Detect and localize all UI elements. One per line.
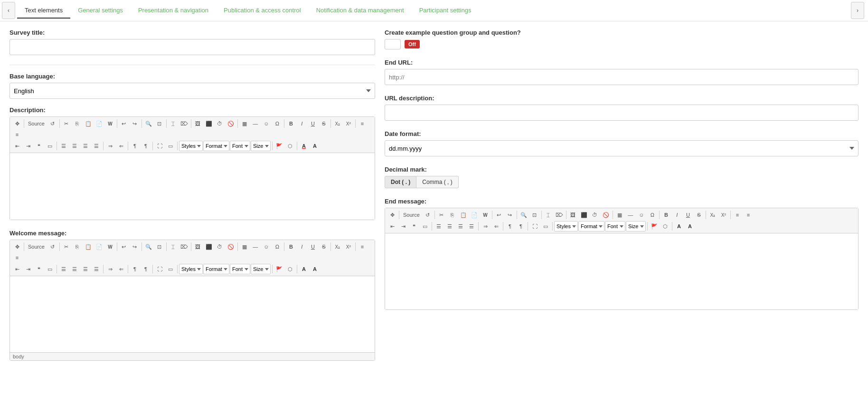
- format-left-icon[interactable]: ⌶: [168, 118, 179, 129]
- welcome-editor-body[interactable]: [10, 276, 375, 352]
- paragraph-icon[interactable]: ¶: [130, 264, 140, 274]
- refresh-icon[interactable]: ↺: [47, 241, 58, 252]
- bidi-rtl-icon[interactable]: ⇐: [116, 141, 126, 151]
- italic-button[interactable]: I: [672, 210, 682, 220]
- align-center-icon[interactable]: ☰: [69, 141, 80, 151]
- tab-text-elements[interactable]: Text elements: [17, 3, 70, 19]
- language-flag-icon[interactable]: 🚩: [274, 141, 284, 151]
- toggle-blank[interactable]: [385, 39, 401, 49]
- paste-plain-icon[interactable]: 📄: [469, 210, 480, 220]
- copy-icon[interactable]: ⎘: [447, 210, 458, 220]
- styles-dropdown[interactable]: Styles: [179, 141, 203, 151]
- size-dropdown[interactable]: Size: [251, 264, 271, 274]
- format-left-icon[interactable]: ⌶: [543, 210, 554, 220]
- refresh-icon[interactable]: ↺: [47, 118, 58, 129]
- bidi-ltr-icon[interactable]: ⇒: [105, 264, 115, 274]
- image-icon[interactable]: 🖼: [193, 118, 203, 129]
- table-icon[interactable]: ▦: [614, 210, 625, 220]
- maximize-icon[interactable]: ⛶: [154, 141, 165, 151]
- superscript-icon[interactable]: X²: [343, 241, 354, 252]
- smiley-icon[interactable]: ☺: [636, 210, 647, 220]
- bg-color-icon[interactable]: A: [685, 221, 695, 232]
- list-ol-icon[interactable]: ≡: [357, 241, 368, 252]
- paste-icon[interactable]: 📋: [458, 210, 469, 220]
- remove-format-icon[interactable]: ⌦: [554, 210, 565, 220]
- indent-icon[interactable]: ⇥: [23, 264, 33, 274]
- bold-button[interactable]: B: [286, 118, 296, 129]
- paragraph2-icon[interactable]: ¶: [141, 264, 151, 274]
- size-dropdown[interactable]: Size: [626, 221, 646, 232]
- dot-button[interactable]: Dot ( . ): [385, 176, 416, 188]
- find-icon[interactable]: 🔍: [519, 210, 529, 220]
- timer-icon[interactable]: ⏱: [215, 118, 225, 129]
- date-format-select[interactable]: dd.mm.yyyy: [385, 140, 859, 156]
- styles-dropdown[interactable]: Styles: [554, 221, 578, 232]
- base-language-select[interactable]: English: [9, 83, 375, 99]
- bg-color-icon[interactable]: A: [310, 264, 320, 274]
- flash-icon[interactable]: ⬛: [204, 241, 214, 252]
- align-justify-icon[interactable]: ☰: [91, 141, 102, 151]
- bg-color-icon[interactable]: A: [310, 141, 320, 151]
- align-left-icon[interactable]: ☰: [434, 221, 444, 232]
- remove-format-icon[interactable]: ⌦: [179, 118, 189, 129]
- source-button[interactable]: Source: [26, 241, 47, 252]
- bidi-rtl-icon[interactable]: ⇐: [116, 264, 126, 274]
- format-dropdown[interactable]: Format: [203, 264, 229, 274]
- italic-button[interactable]: I: [297, 241, 307, 252]
- no-icon[interactable]: 🚫: [601, 210, 611, 220]
- templates-icon[interactable]: ⬡: [285, 264, 295, 274]
- undo-icon[interactable]: ↩: [119, 241, 129, 252]
- font-dropdown[interactable]: Font: [605, 221, 625, 232]
- symbol-icon[interactable]: Ω: [272, 241, 283, 252]
- nav-back-arrow[interactable]: ‹: [2, 2, 15, 19]
- tab-publication-access[interactable]: Publication & access control: [216, 3, 309, 19]
- paragraph-icon[interactable]: ¶: [130, 141, 140, 151]
- subscript-icon[interactable]: X₂: [708, 210, 718, 220]
- copy-icon[interactable]: ⎘: [72, 118, 83, 129]
- end-message-editor-body[interactable]: [385, 233, 858, 309]
- undo-icon[interactable]: ↩: [119, 118, 129, 129]
- align-right-icon[interactable]: ☰: [80, 264, 91, 274]
- url-description-input[interactable]: [385, 105, 859, 121]
- text-color-icon[interactable]: A: [299, 141, 309, 151]
- show-blocks-icon[interactable]: ▭: [540, 221, 551, 232]
- bidi-rtl-icon[interactable]: ⇐: [491, 221, 501, 232]
- align-justify-icon[interactable]: ☰: [466, 221, 477, 232]
- cut-icon[interactable]: ✂: [61, 118, 72, 129]
- redo-icon[interactable]: ↪: [130, 118, 140, 129]
- paragraph-icon[interactable]: ¶: [505, 221, 515, 232]
- paste-plain-icon[interactable]: 📄: [94, 241, 104, 252]
- underline-button[interactable]: U: [308, 118, 318, 129]
- show-blocks-icon[interactable]: ▭: [165, 264, 176, 274]
- styles-dropdown[interactable]: Styles: [179, 264, 203, 274]
- templates-icon[interactable]: ⬡: [660, 221, 670, 232]
- language-flag-icon[interactable]: 🚩: [274, 264, 284, 274]
- timer-icon[interactable]: ⏱: [215, 241, 225, 252]
- move-icon[interactable]: ✥: [387, 210, 397, 220]
- remove-format-icon[interactable]: ⌦: [179, 241, 189, 252]
- align-justify-icon[interactable]: ☰: [91, 264, 102, 274]
- description-editor-body[interactable]: [10, 153, 375, 220]
- strike-button[interactable]: S: [694, 210, 704, 220]
- text-color-icon[interactable]: A: [674, 221, 684, 232]
- list-ol-icon[interactable]: ≡: [732, 210, 743, 220]
- superscript-icon[interactable]: X²: [343, 118, 354, 129]
- format-left-icon[interactable]: ⌶: [168, 241, 179, 252]
- find-icon[interactable]: 🔍: [143, 118, 154, 129]
- tab-presentation-navigation[interactable]: Presentation & navigation: [131, 3, 216, 19]
- paste-word-icon[interactable]: W: [105, 118, 115, 129]
- tab-notification-data[interactable]: Notification & data management: [309, 3, 412, 19]
- flash-icon[interactable]: ⬛: [579, 210, 589, 220]
- symbol-icon[interactable]: Ω: [647, 210, 658, 220]
- outdent-icon[interactable]: ⇤: [387, 221, 397, 232]
- paragraph2-icon[interactable]: ¶: [516, 221, 526, 232]
- end-url-input[interactable]: [385, 69, 859, 85]
- cut-icon[interactable]: ✂: [61, 241, 72, 252]
- font-dropdown[interactable]: Font: [230, 264, 250, 274]
- italic-button[interactable]: I: [297, 118, 307, 129]
- source-button[interactable]: Source: [401, 210, 422, 220]
- outdent-icon[interactable]: ⇤: [12, 264, 22, 274]
- toggle-off-button[interactable]: Off: [405, 40, 420, 48]
- paste-plain-icon[interactable]: 📄: [94, 118, 104, 129]
- redo-icon[interactable]: ↪: [505, 210, 515, 220]
